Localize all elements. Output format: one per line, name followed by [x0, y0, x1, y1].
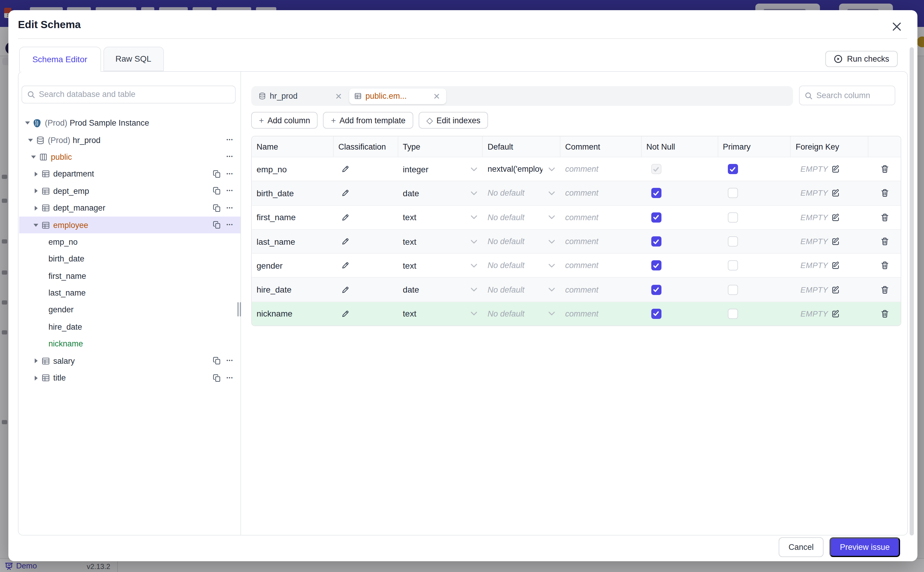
cell-comment[interactable]: comment	[560, 278, 642, 302]
tree-item-last_name[interactable]: last_name	[19, 284, 240, 302]
tree-item-salary[interactable]: salary•••	[19, 353, 240, 370]
cell-default[interactable]: No default	[483, 205, 561, 229]
not-null-checkbox[interactable]	[651, 236, 662, 247]
cell-name[interactable]: gender	[252, 254, 333, 277]
more-actions-icon[interactable]: •••	[226, 188, 233, 194]
cell-type[interactable]: text	[398, 302, 483, 326]
cell-name[interactable]: last_name	[252, 230, 333, 253]
column-search-input[interactable]	[816, 91, 922, 100]
trash-icon[interactable]	[880, 285, 889, 294]
cell-comment[interactable]: comment	[560, 254, 642, 277]
tree-item-department[interactable]: department•••	[19, 165, 240, 182]
caret-right-icon[interactable]	[32, 205, 39, 210]
panel-resize-handle[interactable]	[237, 302, 241, 316]
caret-right-icon[interactable]	[32, 172, 39, 177]
cell-type[interactable]: integer	[398, 157, 483, 181]
not-null-checkbox[interactable]	[651, 164, 662, 174]
cell-comment[interactable]: comment	[560, 157, 642, 181]
trash-icon[interactable]	[880, 309, 889, 318]
tree-item-emp_no[interactable]: emp_no	[19, 233, 240, 250]
caret-down-icon[interactable]	[24, 121, 31, 124]
copy-icon[interactable]	[212, 357, 221, 365]
cell-type[interactable]: date	[398, 278, 483, 302]
cell-name[interactable]: nickname	[252, 302, 333, 326]
pencil-icon[interactable]	[341, 237, 350, 246]
pencil-icon[interactable]	[341, 261, 350, 270]
trash-icon[interactable]	[880, 261, 889, 270]
tree-item-employee[interactable]: employee•••	[19, 217, 240, 234]
caret-down-icon[interactable]	[32, 224, 39, 227]
pencil-icon[interactable]	[341, 189, 350, 198]
cell-comment[interactable]: comment	[560, 302, 642, 326]
trash-icon[interactable]	[880, 165, 889, 174]
not-null-checkbox[interactable]	[651, 309, 662, 319]
more-actions-icon[interactable]: •••	[226, 375, 233, 381]
pencil-icon[interactable]	[341, 165, 350, 174]
cell-default[interactable]: No default	[483, 254, 561, 277]
more-actions-icon[interactable]: •••	[226, 171, 233, 177]
more-actions-icon[interactable]: •••	[226, 205, 233, 211]
caret-right-icon[interactable]	[32, 358, 39, 363]
cancel-button[interactable]: Cancel	[779, 537, 823, 557]
cell-name[interactable]: birth_date	[252, 182, 333, 205]
primary-checkbox[interactable]	[727, 261, 738, 271]
cell-type[interactable]: text	[398, 230, 483, 253]
tree-item-title[interactable]: title•••	[19, 370, 240, 387]
more-actions-icon[interactable]: •••	[226, 222, 233, 228]
more-actions-icon[interactable]: •••	[226, 358, 233, 364]
editor-tab-hr_prod[interactable]: hr_prod✕	[256, 89, 346, 104]
cell-comment[interactable]: comment	[560, 182, 642, 205]
cell-name[interactable]: hire_date	[252, 278, 333, 302]
cell-comment[interactable]: comment	[560, 205, 642, 229]
pencil-icon[interactable]	[341, 309, 350, 318]
close-tab-icon[interactable]: ✕	[334, 91, 343, 101]
cell-default[interactable]: No default	[483, 278, 561, 302]
copy-icon[interactable]	[212, 170, 221, 178]
tab-schema-editor[interactable]: Schema Editor	[19, 47, 101, 72]
not-null-checkbox[interactable]	[651, 212, 662, 222]
tree-item-first_name[interactable]: first_name	[19, 267, 240, 284]
edit-square-icon[interactable]	[831, 261, 840, 270]
tab-raw-sql[interactable]: Raw SQL	[103, 47, 164, 71]
edit-square-icon[interactable]	[831, 189, 840, 198]
tree-item-nickname[interactable]: nickname	[19, 335, 240, 353]
copy-icon[interactable]	[212, 187, 221, 195]
primary-checkbox[interactable]	[727, 236, 738, 247]
trash-icon[interactable]	[880, 189, 889, 198]
tree-search-input[interactable]	[39, 90, 230, 99]
trash-icon[interactable]	[880, 237, 889, 246]
cell-name[interactable]: emp_no	[252, 157, 333, 181]
tree-item-Prod Sample Instance[interactable]: (Prod)Prod Sample Instance	[19, 115, 240, 132]
edit-square-icon[interactable]	[831, 285, 840, 294]
cell-comment[interactable]: comment	[560, 230, 642, 253]
primary-checkbox[interactable]	[727, 309, 738, 319]
preview-issue-button[interactable]: Preview issue	[829, 537, 900, 557]
edit-indexes-button[interactable]: ◇Edit indexes	[419, 112, 488, 129]
copy-icon[interactable]	[212, 221, 221, 229]
cell-default[interactable]: No default	[483, 182, 561, 205]
cell-type[interactable]: date	[398, 182, 483, 205]
tree-item-public[interactable]: public•••	[19, 149, 240, 166]
more-actions-icon[interactable]: •••	[226, 137, 233, 143]
editor-tab-publicem[interactable]: public.em...✕	[349, 88, 446, 104]
primary-checkbox[interactable]	[727, 212, 738, 222]
edit-square-icon[interactable]	[831, 237, 840, 246]
tree-item-dept_emp[interactable]: dept_emp•••	[19, 182, 240, 199]
run-checks-button[interactable]: Run checks	[825, 51, 898, 67]
caret-right-icon[interactable]	[32, 375, 39, 380]
caret-down-icon[interactable]	[30, 155, 37, 159]
add-from-template-button[interactable]: +Add from template	[323, 112, 413, 129]
cell-default[interactable]: No default	[483, 230, 561, 253]
trash-icon[interactable]	[880, 213, 889, 222]
not-null-checkbox[interactable]	[651, 261, 662, 271]
modal-scrollbar[interactable]	[910, 47, 914, 535]
cell-type[interactable]: text	[398, 254, 483, 277]
edit-square-icon[interactable]	[831, 309, 840, 318]
edit-square-icon[interactable]	[831, 165, 840, 174]
close-tab-icon[interactable]: ✕	[432, 91, 441, 101]
primary-checkbox[interactable]	[727, 188, 738, 198]
add-column-button[interactable]: +Add column	[251, 112, 318, 129]
caret-right-icon[interactable]	[32, 189, 39, 194]
cell-default[interactable]: No default	[483, 302, 561, 326]
pencil-icon[interactable]	[341, 285, 350, 294]
